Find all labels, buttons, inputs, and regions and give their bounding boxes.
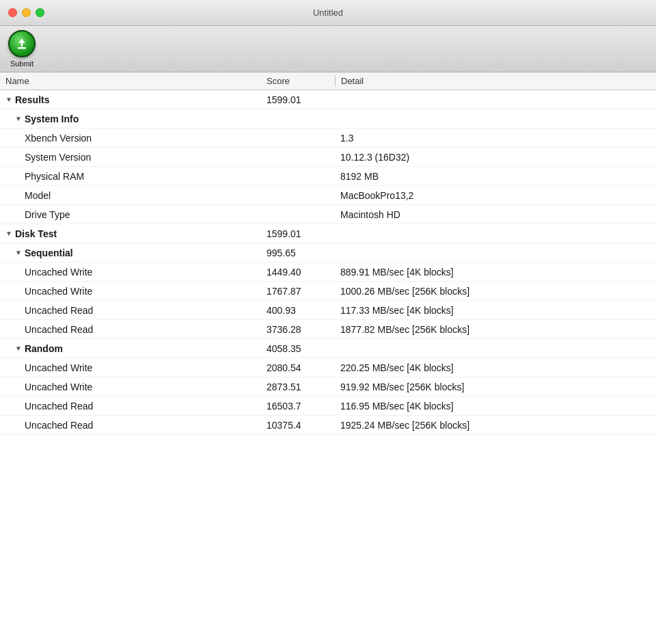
row-name-label: Uncached Read: [25, 324, 93, 335]
table-row[interactable]: ▼Random4058.35: [0, 339, 656, 358]
minimize-button[interactable]: [22, 8, 31, 17]
close-button[interactable]: [8, 8, 17, 17]
row-name-label: Random: [25, 343, 63, 354]
table-row[interactable]: Uncached Read10375.41925.24 MB/sec [256K…: [0, 416, 656, 435]
table-row[interactable]: Uncached Write1449.40889.91 MB/sec [4K b…: [0, 263, 656, 282]
col-header-detail: Detail: [336, 76, 656, 86]
table-row[interactable]: ▼System Info: [0, 109, 656, 129]
table-row[interactable]: System Version10.12.3 (16D32): [0, 148, 656, 167]
maximize-button[interactable]: [36, 8, 44, 17]
row-detail-value: 1.3: [335, 133, 656, 144]
row-score-value: 400.93: [266, 305, 335, 316]
table-row[interactable]: Physical RAM8192 MB: [0, 167, 656, 186]
row-score-value: 16503.7: [266, 401, 335, 412]
table-row[interactable]: ▼Disk Test1599.01: [0, 224, 656, 243]
row-name-label: Sequential: [25, 247, 73, 258]
expand-triangle-icon[interactable]: ▼: [15, 115, 22, 122]
svg-rect-2: [18, 47, 26, 49]
table-row[interactable]: Uncached Read400.93117.33 MB/sec [4K blo…: [0, 301, 656, 320]
expand-triangle-icon[interactable]: ▼: [5, 230, 12, 237]
submit-button[interactable]: Submit: [8, 30, 36, 68]
titlebar-buttons: [8, 8, 44, 17]
row-score-value: 3736.28: [266, 324, 335, 335]
row-name-label: Uncached Read: [25, 401, 93, 412]
row-score-value: 1599.01: [266, 94, 335, 105]
table-row[interactable]: Uncached Write1767.871000.26 MB/sec [256…: [0, 282, 656, 301]
table-row[interactable]: Xbench Version1.3: [0, 129, 656, 148]
row-detail-value: 117.33 MB/sec [4K blocks]: [335, 305, 656, 316]
row-detail-value: 116.95 MB/sec [4K blocks]: [335, 401, 656, 412]
row-detail-value: 10.12.3 (16D32): [335, 152, 656, 163]
column-headers: Name Score Detail: [0, 72, 656, 90]
row-name-label: Uncached Write: [25, 267, 92, 278]
row-name-label: Uncached Write: [25, 381, 92, 392]
table-row[interactable]: ▼Sequential995.65: [0, 243, 656, 263]
window-title: Untitled: [313, 8, 343, 18]
row-detail-value: 889.91 MB/sec [4K blocks]: [335, 267, 656, 278]
table-row[interactable]: ▼Results1599.01: [0, 90, 656, 109]
titlebar: Untitled: [0, 0, 656, 26]
row-detail-value: 8192 MB: [335, 171, 656, 182]
row-score-value: 1767.87: [266, 286, 335, 297]
expand-triangle-icon[interactable]: ▼: [5, 96, 12, 103]
row-name-label: Uncached Write: [25, 362, 92, 373]
table-row[interactable]: ModelMacBookPro13,2: [0, 186, 656, 205]
row-name-label: Uncached Write: [25, 286, 92, 297]
row-name-label: Drive Type: [25, 209, 70, 220]
col-header-name: Name: [0, 76, 266, 86]
expand-triangle-icon[interactable]: ▼: [15, 249, 22, 256]
row-name-label: Uncached Read: [25, 305, 93, 316]
table-row[interactable]: Uncached Write2080.54220.25 MB/sec [4K b…: [0, 358, 656, 377]
submit-icon: [8, 30, 36, 57]
row-score-value: 10375.4: [266, 420, 335, 431]
row-score-value: 995.65: [266, 247, 335, 258]
submit-label: Submit: [10, 59, 33, 68]
row-detail-value: 919.92 MB/sec [256K blocks]: [335, 381, 656, 392]
row-name-label: Results: [15, 94, 50, 105]
row-name-label: System Info: [25, 113, 79, 124]
row-detail-value: 1925.24 MB/sec [256K blocks]: [335, 420, 656, 431]
row-name-label: System Version: [25, 152, 91, 163]
row-detail-value: MacBookPro13,2: [335, 190, 656, 201]
row-name-label: Model: [25, 190, 51, 201]
row-detail-value: 220.25 MB/sec [4K blocks]: [335, 362, 656, 373]
content-area: ▼Results1599.01▼System InfoXbench Versio…: [0, 90, 656, 644]
row-name-label: Xbench Version: [25, 133, 92, 144]
row-score-value: 2080.54: [266, 362, 335, 373]
expand-triangle-icon[interactable]: ▼: [15, 345, 22, 352]
row-score-value: 1599.01: [266, 228, 335, 239]
row-name-label: Physical RAM: [25, 171, 84, 182]
table-row[interactable]: Uncached Read3736.281877.82 MB/sec [256K…: [0, 320, 656, 339]
row-score-value: 4058.35: [266, 343, 335, 354]
col-header-score: Score: [266, 76, 335, 86]
table-row[interactable]: Drive TypeMacintosh HD: [0, 205, 656, 224]
row-score-value: 2873.51: [266, 381, 335, 392]
row-score-value: 1449.40: [266, 267, 335, 278]
row-name-label: Uncached Read: [25, 420, 93, 431]
svg-marker-1: [18, 39, 25, 43]
row-detail-value: 1000.26 MB/sec [256K blocks]: [335, 286, 656, 297]
row-detail-value: Macintosh HD: [335, 209, 656, 220]
row-detail-value: 1877.82 MB/sec [256K blocks]: [335, 324, 656, 335]
toolbar: Submit: [0, 26, 656, 72]
row-name-label: Disk Test: [15, 228, 57, 239]
table-row[interactable]: Uncached Read16503.7116.95 MB/sec [4K bl…: [0, 397, 656, 416]
table-row[interactable]: Uncached Write2873.51919.92 MB/sec [256K…: [0, 377, 656, 397]
